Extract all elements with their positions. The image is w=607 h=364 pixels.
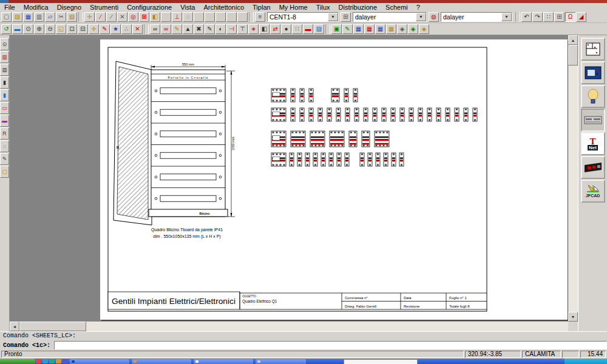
breaker-module[interactable]: [291, 131, 305, 147]
cut-icon[interactable]: ✂: [56, 12, 66, 22]
menu-item-schemi[interactable]: Schemi: [381, 4, 412, 11]
points-icon[interactable]: ∴: [121, 24, 132, 34]
breaker-module[interactable]: [327, 108, 331, 121]
scroll-down-icon[interactable]: ▼: [568, 312, 578, 322]
zoom-extents-icon[interactable]: ◱: [56, 24, 66, 34]
menu-item-modifica[interactable]: Modifica: [19, 4, 53, 11]
quicklaunch-icon[interactable]: [36, 359, 41, 363]
cable-icon[interactable]: ◌: [0, 140, 9, 152]
breaker-module[interactable]: [330, 131, 344, 147]
zoom-window-icon[interactable]: ⊡: [67, 24, 77, 34]
break-entity-icon[interactable]: ⊠: [139, 12, 149, 22]
scroll-up-icon[interactable]: ▲: [568, 35, 578, 45]
edit-sheet-icon[interactable]: ✎: [100, 24, 110, 34]
breaker-module[interactable]: [464, 108, 468, 121]
menu-item-architettonico[interactable]: Architettonico: [199, 4, 248, 11]
move-person-icon[interactable]: ▲: [183, 24, 193, 34]
undo-icon[interactable]: ↶: [521, 12, 532, 22]
cut-x-icon[interactable]: ✖: [194, 24, 204, 34]
breaker-module[interactable]: [309, 108, 313, 121]
din-rail-icon[interactable]: ▬: [0, 115, 9, 127]
redo-icon[interactable]: ↷: [532, 12, 543, 22]
breaker-module[interactable]: [368, 153, 372, 166]
breaker-module[interactable]: [313, 153, 317, 166]
breaker-module[interactable]: [418, 108, 422, 121]
mouse-icon[interactable]: ●: [281, 24, 291, 34]
quicklaunch-icon[interactable]: [56, 359, 61, 363]
breaker-module[interactable]: [271, 131, 286, 147]
breaker-module[interactable]: [373, 108, 377, 121]
lasso-select-icon[interactable]: ◌: [183, 12, 193, 22]
jpcad-module-button[interactable]: JPCAD: [581, 180, 605, 203]
tsquare-icon[interactable]: ⊤: [237, 24, 248, 34]
breaker-module[interactable]: [310, 131, 325, 147]
save-all-icon[interactable]: ▦: [375, 24, 385, 34]
align-icon[interactable]: ⊣: [226, 24, 237, 34]
command-input[interactable]: [54, 341, 607, 350]
breaker-module[interactable]: [345, 153, 349, 166]
breaker-module[interactable]: [344, 89, 348, 102]
breaker-module[interactable]: [436, 108, 441, 121]
horizontal-scroll-thumb[interactable]: [19, 322, 86, 331]
taskbar-search-box[interactable]: [344, 359, 418, 364]
breaker-module[interactable]: [362, 131, 370, 147]
grid-full-icon[interactable]: ⊞: [554, 12, 565, 22]
chevron-down-icon[interactable]: ▼: [328, 13, 338, 21]
taskbar-window-button[interactable]: [256, 359, 306, 364]
save-as-icon[interactable]: ▦: [353, 24, 364, 34]
block-selector-combo[interactable]: CENT1-8 ▼: [267, 12, 339, 22]
fill-black-icon[interactable]: ◧: [259, 24, 270, 34]
copy-icon[interactable]: ▱: [45, 12, 55, 22]
paste-icon[interactable]: ▧: [67, 12, 77, 22]
breaker-symbols[interactable]: [271, 89, 477, 166]
tnet-module-button[interactable]: T Net: [581, 132, 605, 155]
package-icon[interactable]: ▢: [0, 166, 9, 178]
zoom-previous-icon[interactable]: ⊟: [78, 24, 88, 34]
node-grid-icon[interactable]: ∷: [292, 24, 302, 34]
chevron-down-icon[interactable]: ▼: [501, 13, 512, 21]
zoom-in-icon[interactable]: ⊕: [34, 24, 44, 34]
magnet-snap-icon[interactable]: Ω: [565, 12, 575, 22]
menu-item-configurazione[interactable]: Configurazione: [123, 4, 176, 11]
cabinet-door[interactable]: B: [114, 61, 152, 225]
breaker-module[interactable]: [291, 89, 295, 102]
drawing-sheet[interactable]: B Portello in Cristallo Bticino: [100, 39, 568, 320]
zoom-out-icon[interactable]: ⊖: [45, 24, 55, 34]
breaker-module[interactable]: [364, 108, 368, 121]
menu-item-my-home[interactable]: My Home: [275, 4, 312, 11]
breaker-module[interactable]: [376, 153, 380, 166]
edit-segment-icon[interactable]: ∕: [106, 12, 117, 22]
breaker-module[interactable]: [382, 108, 386, 121]
edit-image-icon[interactable]: ✎: [342, 24, 353, 34]
breaker-module[interactable]: [360, 153, 364, 166]
breaker-module[interactable]: [375, 131, 389, 147]
breaker-module[interactable]: [305, 153, 310, 166]
breaker-module[interactable]: [336, 108, 341, 121]
solid-box-icon[interactable]: ◧: [150, 12, 160, 22]
breaker-module[interactable]: [473, 108, 477, 121]
save-icon[interactable]: ▦: [23, 12, 33, 22]
breaker-module[interactable]: [337, 153, 341, 166]
breaker-module[interactable]: [446, 108, 450, 121]
menu-item-distribuzione[interactable]: Distribuzione: [334, 4, 382, 11]
block-check-icon[interactable]: ◈: [408, 24, 418, 34]
taskbar-window-button[interactable]: [132, 359, 191, 364]
zoom-search-icon[interactable]: ⊙: [23, 24, 33, 34]
ink-cartridge-icon[interactable]: ▮: [0, 89, 9, 101]
quicklaunch-icon[interactable]: [42, 359, 48, 363]
rays-icon[interactable]: ∗: [248, 24, 259, 34]
breaker-module[interactable]: [427, 108, 432, 121]
start-button[interactable]: [0, 359, 35, 364]
export-image-icon[interactable]: ▣: [331, 24, 342, 34]
pan-hand-icon[interactable]: ✛: [89, 24, 99, 34]
busbar-module-button[interactable]: [581, 156, 605, 179]
scroll-track[interactable]: [86, 322, 568, 331]
recycle-icon[interactable]: ↺: [1, 24, 12, 34]
breaker-module[interactable]: [392, 153, 396, 166]
delete-segment-icon[interactable]: ✕: [117, 12, 127, 22]
printer-icon[interactable]: ▥: [0, 64, 9, 76]
breaker-module[interactable]: [409, 108, 413, 121]
breaker-module[interactable]: [297, 153, 302, 166]
revision-pen-icon[interactable]: R: [0, 127, 9, 140]
floorplan-module-button[interactable]: [581, 38, 605, 61]
